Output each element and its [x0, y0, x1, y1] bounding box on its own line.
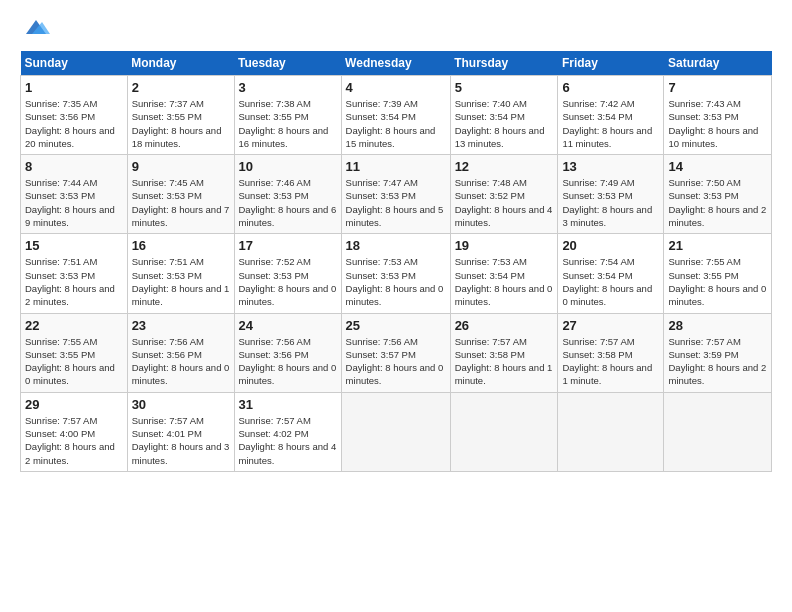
calendar-day-cell: 9 Sunrise: 7:45 AMSunset: 3:53 PMDayligh… — [127, 155, 234, 234]
day-info: Sunrise: 7:56 AMSunset: 3:56 PMDaylight:… — [132, 335, 230, 388]
day-number: 7 — [668, 80, 767, 95]
day-number: 31 — [239, 397, 337, 412]
calendar-day-cell: 28 Sunrise: 7:57 AMSunset: 3:59 PMDaylig… — [664, 313, 772, 392]
day-number: 18 — [346, 238, 446, 253]
day-number: 29 — [25, 397, 123, 412]
day-number: 19 — [455, 238, 554, 253]
day-info: Sunrise: 7:38 AMSunset: 3:55 PMDaylight:… — [239, 97, 337, 150]
day-number: 13 — [562, 159, 659, 174]
calendar-day-cell: 8 Sunrise: 7:44 AMSunset: 3:53 PMDayligh… — [21, 155, 128, 234]
calendar-day-cell: 18 Sunrise: 7:53 AMSunset: 3:53 PMDaylig… — [341, 234, 450, 313]
calendar-day-cell: 21 Sunrise: 7:55 AMSunset: 3:55 PMDaylig… — [664, 234, 772, 313]
day-number: 30 — [132, 397, 230, 412]
calendar-day-cell: 31 Sunrise: 7:57 AMSunset: 4:02 PMDaylig… — [234, 392, 341, 471]
day-info: Sunrise: 7:44 AMSunset: 3:53 PMDaylight:… — [25, 176, 123, 229]
day-number: 28 — [668, 318, 767, 333]
day-info: Sunrise: 7:39 AMSunset: 3:54 PMDaylight:… — [346, 97, 446, 150]
day-info: Sunrise: 7:37 AMSunset: 3:55 PMDaylight:… — [132, 97, 230, 150]
calendar-day-cell: 25 Sunrise: 7:56 AMSunset: 3:57 PMDaylig… — [341, 313, 450, 392]
calendar-week-row: 22 Sunrise: 7:55 AMSunset: 3:55 PMDaylig… — [21, 313, 772, 392]
day-number: 21 — [668, 238, 767, 253]
logo-icon — [22, 16, 50, 38]
calendar-day-cell: 22 Sunrise: 7:55 AMSunset: 3:55 PMDaylig… — [21, 313, 128, 392]
day-info: Sunrise: 7:57 AMSunset: 4:02 PMDaylight:… — [239, 414, 337, 467]
calendar-day-cell: 17 Sunrise: 7:52 AMSunset: 3:53 PMDaylig… — [234, 234, 341, 313]
calendar-day-cell: 13 Sunrise: 7:49 AMSunset: 3:53 PMDaylig… — [558, 155, 664, 234]
weekday-header-row: SundayMondayTuesdayWednesdayThursdayFrid… — [21, 51, 772, 76]
day-info: Sunrise: 7:57 AMSunset: 3:59 PMDaylight:… — [668, 335, 767, 388]
day-number: 14 — [668, 159, 767, 174]
weekday-header-cell: Sunday — [21, 51, 128, 76]
page-header — [20, 16, 772, 43]
day-info: Sunrise: 7:56 AMSunset: 3:57 PMDaylight:… — [346, 335, 446, 388]
logo — [20, 16, 52, 43]
day-number: 25 — [346, 318, 446, 333]
calendar-day-cell: 11 Sunrise: 7:47 AMSunset: 3:53 PMDaylig… — [341, 155, 450, 234]
day-info: Sunrise: 7:57 AMSunset: 4:00 PMDaylight:… — [25, 414, 123, 467]
day-info: Sunrise: 7:46 AMSunset: 3:53 PMDaylight:… — [239, 176, 337, 229]
day-info: Sunrise: 7:53 AMSunset: 3:53 PMDaylight:… — [346, 255, 446, 308]
day-number: 17 — [239, 238, 337, 253]
day-number: 6 — [562, 80, 659, 95]
day-number: 20 — [562, 238, 659, 253]
day-number: 15 — [25, 238, 123, 253]
day-info: Sunrise: 7:57 AMSunset: 3:58 PMDaylight:… — [455, 335, 554, 388]
calendar-body: 1 Sunrise: 7:35 AMSunset: 3:56 PMDayligh… — [21, 76, 772, 472]
day-number: 22 — [25, 318, 123, 333]
day-info: Sunrise: 7:57 AMSunset: 4:01 PMDaylight:… — [132, 414, 230, 467]
day-number: 23 — [132, 318, 230, 333]
calendar-day-cell: 10 Sunrise: 7:46 AMSunset: 3:53 PMDaylig… — [234, 155, 341, 234]
calendar-week-row: 8 Sunrise: 7:44 AMSunset: 3:53 PMDayligh… — [21, 155, 772, 234]
calendar-day-cell: 30 Sunrise: 7:57 AMSunset: 4:01 PMDaylig… — [127, 392, 234, 471]
day-info: Sunrise: 7:40 AMSunset: 3:54 PMDaylight:… — [455, 97, 554, 150]
day-number: 24 — [239, 318, 337, 333]
calendar-day-cell: 4 Sunrise: 7:39 AMSunset: 3:54 PMDayligh… — [341, 76, 450, 155]
day-number: 11 — [346, 159, 446, 174]
day-info: Sunrise: 7:53 AMSunset: 3:54 PMDaylight:… — [455, 255, 554, 308]
day-info: Sunrise: 7:45 AMSunset: 3:53 PMDaylight:… — [132, 176, 230, 229]
calendar-day-cell: 2 Sunrise: 7:37 AMSunset: 3:55 PMDayligh… — [127, 76, 234, 155]
calendar-day-cell: 14 Sunrise: 7:50 AMSunset: 3:53 PMDaylig… — [664, 155, 772, 234]
day-info: Sunrise: 7:43 AMSunset: 3:53 PMDaylight:… — [668, 97, 767, 150]
calendar-day-cell: 15 Sunrise: 7:51 AMSunset: 3:53 PMDaylig… — [21, 234, 128, 313]
day-number: 26 — [455, 318, 554, 333]
calendar-day-cell: 29 Sunrise: 7:57 AMSunset: 4:00 PMDaylig… — [21, 392, 128, 471]
calendar-day-cell: 20 Sunrise: 7:54 AMSunset: 3:54 PMDaylig… — [558, 234, 664, 313]
day-info: Sunrise: 7:48 AMSunset: 3:52 PMDaylight:… — [455, 176, 554, 229]
day-info: Sunrise: 7:55 AMSunset: 3:55 PMDaylight:… — [668, 255, 767, 308]
calendar-table: SundayMondayTuesdayWednesdayThursdayFrid… — [20, 51, 772, 472]
day-info: Sunrise: 7:54 AMSunset: 3:54 PMDaylight:… — [562, 255, 659, 308]
calendar-week-row: 1 Sunrise: 7:35 AMSunset: 3:56 PMDayligh… — [21, 76, 772, 155]
day-number: 4 — [346, 80, 446, 95]
calendar-day-cell: 27 Sunrise: 7:57 AMSunset: 3:58 PMDaylig… — [558, 313, 664, 392]
calendar-day-cell: 6 Sunrise: 7:42 AMSunset: 3:54 PMDayligh… — [558, 76, 664, 155]
calendar-day-cell — [450, 392, 558, 471]
day-number: 12 — [455, 159, 554, 174]
day-number: 2 — [132, 80, 230, 95]
calendar-week-row: 29 Sunrise: 7:57 AMSunset: 4:00 PMDaylig… — [21, 392, 772, 471]
day-number: 9 — [132, 159, 230, 174]
day-number: 27 — [562, 318, 659, 333]
day-info: Sunrise: 7:35 AMSunset: 3:56 PMDaylight:… — [25, 97, 123, 150]
day-number: 10 — [239, 159, 337, 174]
weekday-header-cell: Saturday — [664, 51, 772, 76]
day-info: Sunrise: 7:47 AMSunset: 3:53 PMDaylight:… — [346, 176, 446, 229]
calendar-day-cell — [558, 392, 664, 471]
calendar-day-cell: 26 Sunrise: 7:57 AMSunset: 3:58 PMDaylig… — [450, 313, 558, 392]
day-info: Sunrise: 7:51 AMSunset: 3:53 PMDaylight:… — [132, 255, 230, 308]
day-info: Sunrise: 7:50 AMSunset: 3:53 PMDaylight:… — [668, 176, 767, 229]
calendar-week-row: 15 Sunrise: 7:51 AMSunset: 3:53 PMDaylig… — [21, 234, 772, 313]
day-info: Sunrise: 7:49 AMSunset: 3:53 PMDaylight:… — [562, 176, 659, 229]
calendar-day-cell: 7 Sunrise: 7:43 AMSunset: 3:53 PMDayligh… — [664, 76, 772, 155]
calendar-day-cell: 5 Sunrise: 7:40 AMSunset: 3:54 PMDayligh… — [450, 76, 558, 155]
day-info: Sunrise: 7:51 AMSunset: 3:53 PMDaylight:… — [25, 255, 123, 308]
calendar-day-cell — [664, 392, 772, 471]
calendar-day-cell: 23 Sunrise: 7:56 AMSunset: 3:56 PMDaylig… — [127, 313, 234, 392]
calendar-day-cell: 3 Sunrise: 7:38 AMSunset: 3:55 PMDayligh… — [234, 76, 341, 155]
calendar-day-cell: 16 Sunrise: 7:51 AMSunset: 3:53 PMDaylig… — [127, 234, 234, 313]
weekday-header-cell: Wednesday — [341, 51, 450, 76]
weekday-header-cell: Thursday — [450, 51, 558, 76]
day-info: Sunrise: 7:56 AMSunset: 3:56 PMDaylight:… — [239, 335, 337, 388]
weekday-header-cell: Monday — [127, 51, 234, 76]
calendar-day-cell: 12 Sunrise: 7:48 AMSunset: 3:52 PMDaylig… — [450, 155, 558, 234]
